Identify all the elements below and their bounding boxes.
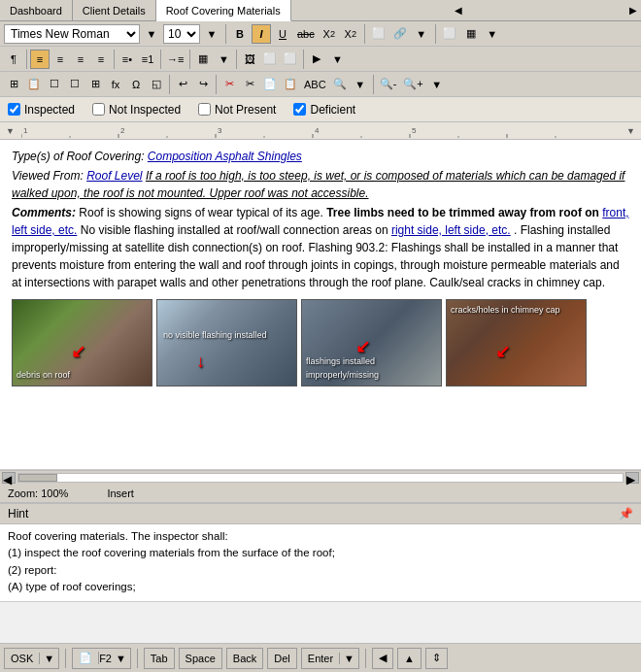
underline-button[interactable]: U <box>273 24 292 44</box>
zoom-out-btn[interactable]: 🔍- <box>377 75 400 94</box>
inspection-checkboxes: Inspected Not Inspected Not Present Defi… <box>0 97 641 122</box>
photo-1[interactable]: ↙ debris on roof <box>12 299 152 386</box>
osk-label[interactable]: OSK <box>5 653 40 664</box>
f2-label[interactable]: 📄 <box>73 652 99 664</box>
photo-4[interactable]: cracks/holes in chimney cap ↙ <box>446 299 587 386</box>
align-right-btn[interactable]: ≡ <box>71 50 90 69</box>
deficient-checkbox[interactable] <box>293 103 306 116</box>
space-button[interactable]: Space <box>179 648 222 669</box>
editor-area[interactable]: Type(s) of Roof Covering: Composition As… <box>0 140 641 470</box>
list-unordered-btn[interactable]: ≡• <box>118 50 137 69</box>
photo-row: ↙ debris on roof no visible flashing ins… <box>12 299 629 386</box>
hint-pin-icon[interactable]: 📌 <box>619 507 633 521</box>
f2-dropdown[interactable]: 📄 F2 ▼ <box>72 648 131 669</box>
redo-btn[interactable]: ↪ <box>193 75 213 94</box>
cut-btn[interactable]: ✂ <box>219 75 239 94</box>
tool-7[interactable]: Ω <box>126 75 146 94</box>
table-insert-btn[interactable]: ▦ <box>193 50 213 69</box>
sep-7 <box>189 50 190 69</box>
back-button[interactable]: Back <box>226 648 263 669</box>
paste-btn[interactable]: 📋 <box>281 75 300 94</box>
svg-text:3: 3 <box>218 126 222 135</box>
enter-label[interactable]: Enter <box>302 653 340 664</box>
table-dd2[interactable]: ▼ <box>214 50 233 69</box>
not-present-checkbox[interactable] <box>198 103 211 116</box>
font-size-dropdown-arrow[interactable]: ▼ <box>202 24 221 44</box>
tool-2[interactable]: 📋 <box>24 75 44 94</box>
paragraph-mark[interactable]: ¶ <box>4 50 23 69</box>
tab-button[interactable]: Tab <box>144 648 175 669</box>
more-btn[interactable]: ⬜ <box>440 24 459 44</box>
search-btn[interactable]: 🔍 <box>330 75 350 94</box>
tab-dashboard[interactable]: Dashboard <box>0 0 73 20</box>
spell-btn[interactable]: ABC <box>301 75 329 94</box>
font-dropdown-arrow[interactable]: ▼ <box>142 24 161 44</box>
scroll-thumb[interactable] <box>18 474 57 482</box>
arrows-expand-button[interactable]: ⇕ <box>425 648 448 669</box>
tab-nav-right[interactable]: ▶ <box>625 0 641 20</box>
table-btn[interactable]: ▦ <box>461 24 481 44</box>
inspected-checkbox[interactable] <box>8 103 20 116</box>
osk-dropdown-arrow[interactable]: ▼ <box>40 653 58 664</box>
scroll-left-btn[interactable]: ◀ <box>2 472 16 484</box>
strikethrough-button[interactable]: abc <box>294 24 318 44</box>
not-present-checkbox-label[interactable]: Not Present <box>198 103 276 117</box>
video-btn[interactable]: ▶ <box>307 50 326 69</box>
tab-roof-covering[interactable]: Roof Covering Materials <box>156 0 291 21</box>
scroll-track[interactable] <box>17 473 624 483</box>
zoom-in-btn[interactable]: 🔍+ <box>400 75 425 94</box>
align-left-btn[interactable]: ≡ <box>30 50 50 69</box>
type-line: Type(s) of Roof Covering: Composition As… <box>12 148 629 165</box>
tool-4[interactable]: ☐ <box>65 75 84 94</box>
tab-client-details[interactable]: Client Details <box>73 0 156 20</box>
link-button[interactable]: 🔗 <box>390 24 410 44</box>
enter-dropdown[interactable]: Enter ▼ <box>301 648 359 669</box>
table-dropdown[interactable]: ▼ <box>483 24 502 44</box>
undo-btn[interactable]: ↩ <box>173 75 192 94</box>
scissor2-btn[interactable]: ✂ <box>240 75 259 94</box>
align-center-btn[interactable]: ≡ <box>51 50 70 69</box>
bold-button[interactable]: B <box>230 24 250 44</box>
tool-1[interactable]: ⊞ <box>4 75 23 94</box>
arrow-left-button[interactable]: ◀ <box>372 648 393 669</box>
tool-8[interactable]: ◱ <box>147 75 166 94</box>
deficient-checkbox-label[interactable]: Deficient <box>293 103 355 117</box>
image-btn2[interactable]: ⬜ <box>260 50 280 69</box>
image-btn[interactable]: 🖼 <box>240 50 259 69</box>
hint-line-2: (1) inspect the roof covering materials … <box>8 545 633 561</box>
font-name-select[interactable]: Times New Roman Arial Courier New <box>4 24 140 44</box>
subscript-button[interactable]: X2 <box>320 24 339 44</box>
superscript-button[interactable]: X2 <box>341 24 360 44</box>
arrow-up-button[interactable]: ▲ <box>397 648 422 669</box>
photo-3[interactable]: ↙ flashings installed improperly/missing <box>301 299 442 386</box>
font-size-select[interactable]: 10 12 14 <box>163 24 200 44</box>
not-inspected-checkbox-label[interactable]: Not Inspected <box>92 103 181 117</box>
f2-dropdown-arrow[interactable]: ▼ <box>112 653 130 664</box>
tool-5[interactable]: ⊞ <box>85 75 105 94</box>
scroll-right-btn[interactable]: ▶ <box>625 472 639 484</box>
tool-3[interactable]: ☐ <box>45 75 64 94</box>
media-dd[interactable]: ▼ <box>327 50 347 69</box>
photo-2[interactable]: no visible flashing installed ↓ <box>156 299 297 386</box>
osk-dropdown[interactable]: OSK ▼ <box>4 648 59 669</box>
zoom-dd[interactable]: ▼ <box>427 75 447 94</box>
image-btn3[interactable]: ⬜ <box>281 50 300 69</box>
inspected-checkbox-label[interactable]: Inspected <box>8 103 75 117</box>
align-justify-btn[interactable]: ≡ <box>91 50 111 69</box>
sep-9 <box>303 50 304 69</box>
not-inspected-checkbox[interactable] <box>92 103 105 116</box>
del-button[interactable]: Del <box>267 648 297 669</box>
indent-btn[interactable]: →≡ <box>164 50 186 69</box>
ruler: ▼ 1 2 3 4 5 ▼ <box>0 122 641 140</box>
copy-btn[interactable]: 📄 <box>260 75 280 94</box>
italic-button[interactable]: I <box>252 24 271 44</box>
format-dropdown[interactable]: ▼ <box>412 24 431 44</box>
tab-nav-left[interactable]: ◀ <box>451 0 466 20</box>
enter-dropdown-arrow[interactable]: ▼ <box>340 653 358 664</box>
format-btn-1[interactable]: ⬜ <box>369 24 388 44</box>
editor-content[interactable]: Type(s) of Roof Covering: Composition As… <box>12 148 629 439</box>
list-ordered-btn[interactable]: ≡1 <box>138 50 157 69</box>
tool-6[interactable]: fx <box>106 75 125 94</box>
search-dd[interactable]: ▼ <box>351 75 370 94</box>
horizontal-scrollbar[interactable]: ◀ ▶ <box>0 470 641 484</box>
